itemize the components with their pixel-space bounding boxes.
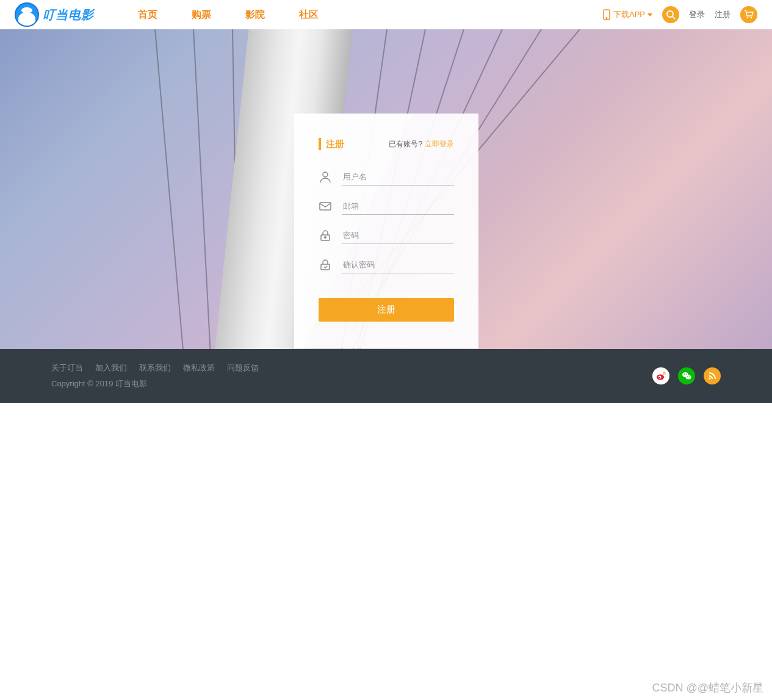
email-field: [319, 198, 454, 215]
footer-contact[interactable]: 联系我们: [139, 363, 171, 373]
svg-line-3: [673, 16, 675, 19]
footer: 关于叮当 加入我们 联系我们 微私政策 问题反馈 Copyright © 201…: [0, 349, 772, 403]
footer-feedback[interactable]: 问题反馈: [227, 363, 259, 373]
download-app[interactable]: 下载APP: [602, 9, 652, 20]
footer-left: 关于叮当 加入我们 联系我们 微私政策 问题反馈 Copyright © 201…: [51, 363, 259, 389]
password-field: [319, 227, 454, 244]
card-header: 注册 已有账号? 立即登录: [319, 138, 454, 150]
main-nav: 首页 购票 影院 社区: [138, 9, 319, 21]
email-input[interactable]: [342, 198, 454, 215]
banner-decoration: [193, 29, 212, 349]
card-subtitle: 已有账号? 立即登录: [389, 139, 453, 150]
svg-point-15: [686, 375, 691, 380]
phone-icon: [602, 9, 611, 20]
logo-text: 叮当电影: [43, 7, 94, 23]
copyright: Copyright © 2019 叮当电影: [51, 378, 259, 389]
card-title: 注册: [319, 138, 344, 150]
rss-icon: [707, 371, 717, 381]
password-input[interactable]: [342, 227, 454, 244]
nav-cinema[interactable]: 影院: [245, 9, 265, 21]
svg-point-2: [667, 11, 673, 17]
register-submit-button[interactable]: 注册: [319, 298, 454, 322]
svg-point-16: [684, 373, 685, 375]
wechat-button[interactable]: [678, 367, 695, 384]
svg-point-1: [606, 18, 607, 19]
svg-point-6: [323, 172, 328, 177]
register-card: 注册 已有账号? 立即登录 注册: [294, 114, 478, 348]
hero-banner: 注册 已有账号? 立即登录 注册: [0, 29, 772, 349]
username-field: [319, 168, 454, 186]
lock-icon: [319, 229, 332, 242]
has-account-text: 已有账号?: [389, 140, 422, 148]
confirm-password-field: [319, 256, 454, 273]
wechat-icon: [681, 370, 692, 381]
logo-icon: [15, 2, 39, 27]
svg-point-4: [747, 17, 749, 19]
nav-community[interactable]: 社区: [299, 9, 319, 21]
banner-decoration: [154, 29, 187, 349]
svg-point-5: [751, 17, 752, 19]
search-button[interactable]: [662, 6, 679, 23]
svg-rect-7: [320, 203, 331, 210]
rss-button[interactable]: [704, 367, 721, 384]
caret-down-icon: [648, 13, 652, 16]
confirm-password-input[interactable]: [342, 256, 454, 273]
svg-point-18: [687, 377, 688, 377]
search-icon: [666, 10, 676, 20]
footer-privacy[interactable]: 微私政策: [183, 363, 215, 373]
header-right: 下载APP 登录 注册: [602, 6, 757, 23]
register-link[interactable]: 注册: [715, 9, 731, 20]
svg-point-20: [709, 378, 711, 380]
footer-join[interactable]: 加入我们: [95, 363, 127, 373]
nav-home[interactable]: 首页: [138, 9, 157, 21]
header-left: 叮当电影 首页 购票 影院 社区: [15, 2, 319, 27]
svg-rect-10: [321, 264, 330, 270]
svg-point-19: [689, 377, 690, 377]
cart-button[interactable]: [740, 6, 757, 23]
social-links: [652, 367, 721, 384]
user-icon: [319, 170, 332, 184]
download-label: 下载APP: [613, 9, 645, 20]
username-input[interactable]: [342, 168, 454, 186]
lock-confirm-icon: [319, 258, 332, 272]
mail-icon: [319, 200, 332, 213]
svg-point-13: [658, 377, 660, 378]
weibo-button[interactable]: [652, 367, 669, 384]
login-now-link[interactable]: 立即登录: [425, 140, 454, 148]
svg-point-9: [324, 237, 325, 238]
header: 叮当电影 首页 购票 影院 社区 下载APP 登录 注册: [0, 0, 772, 29]
weibo-icon: [655, 370, 666, 381]
nav-tickets[interactable]: 购票: [192, 9, 211, 21]
login-link[interactable]: 登录: [689, 9, 705, 20]
footer-about[interactable]: 关于叮当: [51, 363, 83, 373]
svg-point-17: [686, 373, 687, 375]
footer-links: 关于叮当 加入我们 联系我们 微私政策 问题反馈: [51, 363, 259, 373]
logo[interactable]: 叮当电影: [15, 2, 94, 27]
cart-icon: [744, 10, 754, 20]
